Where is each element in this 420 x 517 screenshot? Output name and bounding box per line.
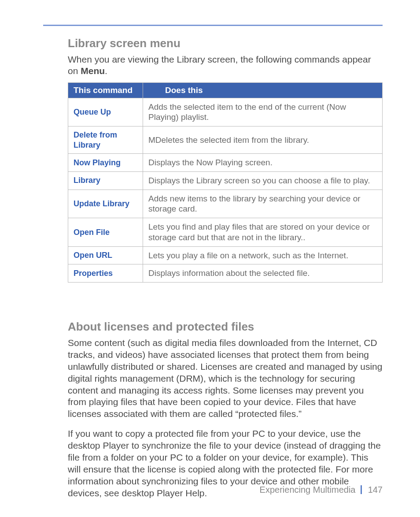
body-paragraph: Some content (such as digital media file… — [68, 337, 383, 420]
command-desc: Lets you find and play files that are st… — [143, 218, 383, 247]
table-row: Update Library Adds new items to the lib… — [68, 190, 383, 218]
section-licenses: About licenses and protected files Some … — [68, 320, 383, 499]
table-row: Open URL Lets you play a file on a netwo… — [68, 246, 383, 264]
table-row: Now Playing Displays the Now Playing scr… — [68, 154, 383, 172]
page-content: Library screen menu When you are viewing… — [43, 25, 383, 507]
table-row: Delete from Library MDeletes the selecte… — [68, 126, 383, 154]
section-heading-library-menu: Library screen menu — [68, 37, 383, 50]
table-row: Library Displays the Library screen so y… — [68, 171, 383, 190]
table-header-does: Does this — [143, 82, 383, 98]
intro-text-post: . — [105, 66, 107, 76]
command-table: This command Does this Queue Up Adds the… — [68, 82, 383, 283]
table-row: Queue Up Adds the selected item to the e… — [68, 98, 383, 126]
command-name: Properties — [68, 264, 143, 283]
command-name: Delete from Library — [68, 126, 143, 154]
footer-separator-icon — [361, 485, 362, 494]
page-footer: Experiencing Multimedia 147 — [260, 485, 383, 495]
command-desc: Displays the Now Playing screen. — [143, 154, 383, 172]
section-heading-licenses: About licenses and protected files — [68, 320, 383, 334]
command-name: Open URL — [68, 246, 143, 264]
command-name: Now Playing — [68, 154, 143, 172]
table-row: Properties Displays information about th… — [68, 264, 383, 283]
command-desc: Displays the Library screen so you can c… — [143, 171, 383, 190]
command-name: Library — [68, 171, 143, 190]
table-row: Open File Lets you find and play files t… — [68, 218, 383, 247]
command-desc: Adds new items to the library by searchi… — [143, 190, 383, 218]
command-desc: Displays information about the selected … — [143, 264, 383, 283]
table-header-row: This command Does this — [68, 82, 383, 98]
intro-bold-menu: Menu — [81, 66, 105, 76]
command-name: Queue Up — [68, 98, 143, 126]
table-header-command: This command — [68, 82, 143, 98]
intro-paragraph: When you are viewing the Library screen,… — [68, 54, 383, 77]
command-name: Update Library — [68, 190, 143, 218]
footer-chapter: Experiencing Multimedia — [260, 485, 356, 495]
intro-text-pre: When you are viewing the Library screen,… — [68, 54, 371, 76]
command-desc: Lets you play a file on a network, such … — [143, 246, 383, 264]
command-desc: Adds the selected item to the end of the… — [143, 98, 383, 126]
command-name: Open File — [68, 218, 143, 247]
footer-page-number: 147 — [368, 485, 383, 495]
command-desc: MDeletes the selected item from the libr… — [143, 126, 383, 154]
